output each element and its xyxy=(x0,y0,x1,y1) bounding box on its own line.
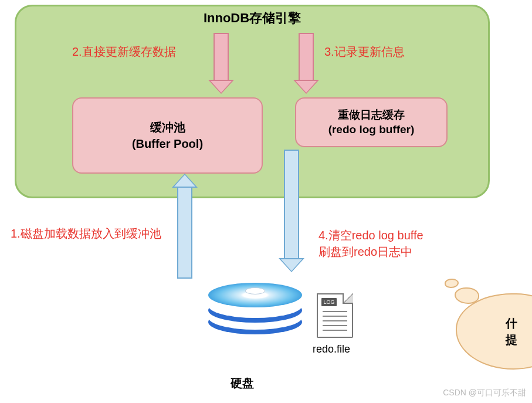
file-tag: LOG xyxy=(321,298,337,306)
arrow-step2 xyxy=(208,33,234,94)
buffer-pool-box: 缓冲池 (Buffer Pool) xyxy=(72,97,263,174)
redo-log-buffer-box: 重做日志缓存 (redo log buffer) xyxy=(295,97,448,147)
step4-line1: 4.清空redo log buffe xyxy=(318,227,423,243)
arrow-step3 xyxy=(293,33,319,94)
step4-line2: 刷盘到redo日志中 xyxy=(318,243,423,260)
step1-label: 1.磁盘加载数据放入到缓冲池 xyxy=(11,226,161,242)
innodb-engine-container: InnoDB存储引擎 缓冲池 (Buffer Pool) 重做日志缓存 (red… xyxy=(15,5,490,198)
thought-line2: 提 xyxy=(506,333,517,346)
step4-label: 4.清空redo log buffe 刷盘到redo日志中 xyxy=(318,227,423,260)
arrow-step1-up xyxy=(172,174,198,279)
thought-line1: 什 xyxy=(506,317,517,330)
step2-label: 2.直接更新缓存数据 xyxy=(72,44,176,60)
engine-title: InnoDB存储引擎 xyxy=(204,9,301,27)
redo-file-label: redo.file xyxy=(313,343,350,355)
redo-file-icon: LOG xyxy=(317,293,353,338)
redo-buffer-title: 重做日志缓存 xyxy=(296,108,446,123)
buffer-pool-subtitle: (Buffer Pool) xyxy=(73,136,262,152)
buffer-pool-title: 缓冲池 xyxy=(73,119,262,136)
thought-dot-small xyxy=(445,279,459,288)
disk-icon xyxy=(208,270,302,340)
thought-bubble: 什 提 xyxy=(456,293,532,370)
step3-label: 3.记录更新信息 xyxy=(324,44,405,60)
disk-label: 硬盘 xyxy=(231,375,254,391)
redo-buffer-subtitle: (redo log buffer) xyxy=(296,123,446,137)
arrow-step4-down xyxy=(279,150,304,272)
watermark: CSDN @可口可乐不甜 xyxy=(443,388,526,398)
